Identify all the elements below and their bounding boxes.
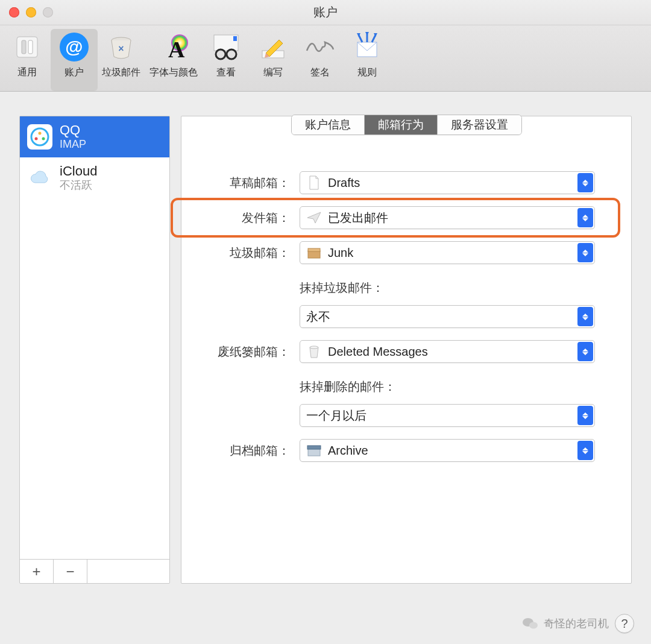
label-trash-purge: 抹掉删除的邮件： [300,379,396,395]
signature-icon [304,31,336,63]
archive-box-icon [306,443,322,458]
toolbar-label: 账户 [64,66,84,79]
svg-rect-27 [308,449,320,456]
chevron-up-down-icon [577,307,593,326]
svg-rect-2 [28,40,33,54]
popup-archive[interactable]: Archive [300,439,595,462]
svg-rect-1 [22,40,26,54]
svg-text:A: A [168,37,185,62]
svg-rect-24 [308,251,320,258]
help-button[interactable]: ? [615,614,634,633]
sidebar-footer: + − [20,559,169,583]
popup-value: 已发出邮件 [328,210,388,226]
titlebar: 账户 [0,0,651,25]
row-trash-purge: 一个月以后 [181,404,595,427]
popup-value: Junk [328,246,353,260]
toolbar-label: 规则 [357,66,377,79]
svg-text:×: × [118,43,124,54]
account-name: QQ [60,122,86,138]
svg-point-22 [35,137,38,140]
popup-value: Deleted Messages [328,345,428,359]
toolbar-rules[interactable]: 规则 [344,29,391,91]
row-trash-purge-label: 抹掉删除的邮件： [181,375,595,398]
popup-value: 永不 [306,309,330,325]
remove-account-button[interactable]: − [54,560,87,583]
toolbar-fonts[interactable]: A 字体与颜色 [145,29,203,91]
svg-point-26 [310,346,318,349]
svg-point-21 [39,131,42,134]
account-name: iCloud [60,163,97,179]
label-junk: 垃圾邮箱： [181,245,290,261]
row-trash: 废纸篓邮箱： Deleted Messages [181,340,595,363]
font-color-icon: A [158,31,189,63]
icloud-icon [27,165,52,191]
toolbar-junk[interactable]: × 垃圾邮件 [98,29,145,91]
toolbar-signatures[interactable]: 签名 [297,29,344,91]
content-area: QQ IMAP iCloud 不活跃 + − [0,92,651,644]
qq-icon [27,124,52,150]
toolbar-label: 编写 [263,66,283,79]
label-junk-purge: 抹掉垃圾邮件： [300,280,384,296]
svg-point-30 [529,622,538,629]
minimize-window-button[interactable] [26,7,36,17]
window-title: 账户 [0,4,651,21]
watermark-text: 奇怪的老司机 [544,616,609,631]
behaviors-form: 草稿邮箱： Drafts 发件箱： [181,135,631,462]
label-trash: 废纸篓邮箱： [181,344,290,360]
popup-value: Drafts [328,176,360,190]
accounts-list: QQ IMAP iCloud 不活跃 [20,116,169,559]
svg-marker-18 [365,32,369,36]
account-item-icloud[interactable]: iCloud 不活跃 [20,157,169,198]
tab-mailbox-behaviors[interactable]: 邮箱行为 [365,115,438,134]
row-junk-purge: 永不 [181,305,595,328]
popup-sent[interactable]: 已发出邮件 [300,206,595,229]
svg-rect-28 [307,446,321,449]
account-item-qq[interactable]: QQ IMAP [20,116,169,157]
main-panel: 账户信息 邮箱行为 服务器设置 草稿邮箱： Drafts [181,116,632,584]
toolbar-viewing[interactable]: 查看 [203,29,250,91]
rules-icon [351,31,383,63]
row-junk-purge-label: 抹掉垃圾邮件： [181,276,595,299]
chevron-up-down-icon [577,208,593,227]
row-sent: 发件箱： 已发出邮件 [181,206,595,229]
popup-junk-purge[interactable]: 永不 [300,305,595,328]
trash-bin-icon: × [105,31,137,63]
add-account-button[interactable]: + [20,560,54,583]
tab-account-info[interactable]: 账户信息 [292,115,365,134]
popup-value: Archive [328,444,368,458]
segmented-control: 账户信息 邮箱行为 服务器设置 [291,115,522,135]
wechat-icon [522,615,539,632]
paper-plane-icon [306,210,322,226]
chevron-up-down-icon [577,441,593,460]
svg-point-23 [42,137,45,140]
toolbar-composing[interactable]: 编写 [250,29,297,91]
chevron-up-down-icon [577,173,593,192]
close-window-button[interactable] [9,7,19,17]
pencil-icon [257,31,289,63]
popup-trash[interactable]: Deleted Messages [300,340,595,363]
toolbar-accounts[interactable]: @ 账户 [51,29,98,91]
toolbar-label: 签名 [310,66,330,79]
glasses-mail-icon [210,31,242,63]
tabbar: 账户信息 邮箱行为 服务器设置 [181,115,631,135]
trash-can-icon [306,344,322,359]
popup-trash-purge[interactable]: 一个月以后 [300,404,595,427]
row-archive: 归档邮箱： Archive [181,439,595,462]
label-drafts: 草稿邮箱： [181,175,290,191]
watermark: 奇怪的老司机 [522,615,609,632]
toolbar-label: 垃圾邮件 [102,66,140,79]
toolbar-general[interactable]: 通用 [4,29,51,91]
svg-text:@: @ [65,37,83,57]
tab-server-settings[interactable]: 服务器设置 [438,115,521,134]
popup-value: 一个月以后 [306,408,366,424]
popup-drafts[interactable]: Drafts [300,171,595,194]
svg-rect-10 [233,36,237,41]
svg-rect-0 [17,37,37,57]
zoom-window-button[interactable] [43,7,53,17]
accounts-sidebar: QQ IMAP iCloud 不活跃 + − [19,116,170,584]
svg-point-20 [31,128,48,145]
svg-rect-25 [308,248,320,251]
popup-junk[interactable]: Junk [300,241,595,264]
account-subtitle: 不活跃 [60,179,97,192]
account-subtitle: IMAP [60,138,86,151]
